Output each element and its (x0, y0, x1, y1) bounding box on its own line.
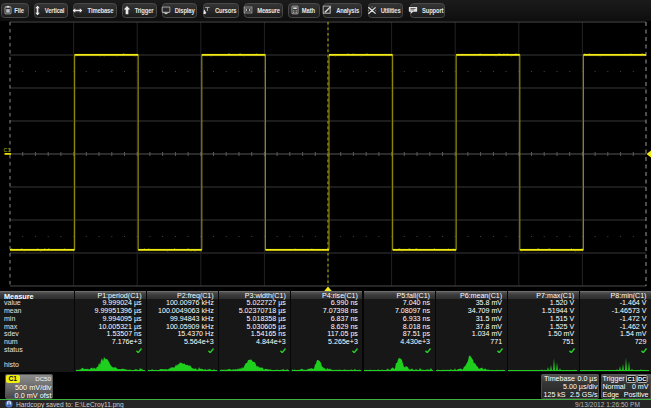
svg-text:DC: DC (638, 376, 647, 382)
svg-text:C1: C1 (628, 376, 636, 382)
svg-text:C1: C1 (4, 147, 11, 153)
